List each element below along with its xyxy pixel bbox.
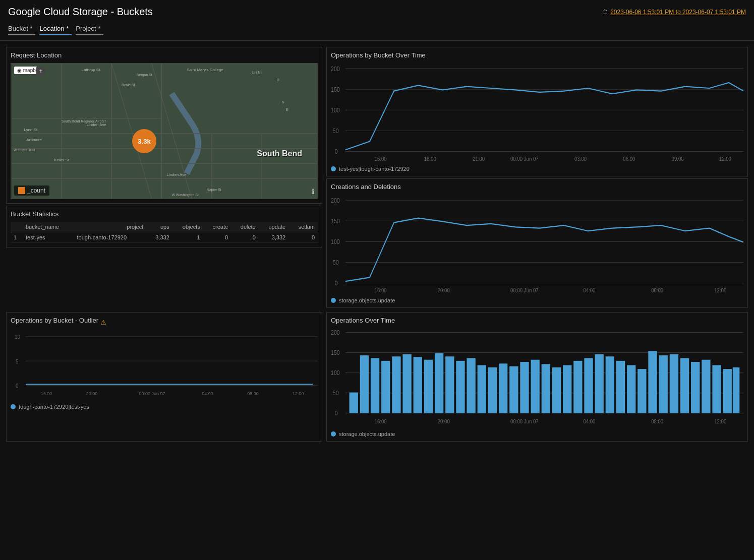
col-bucket-name[interactable]: bucket_name (23, 222, 74, 232)
col-ops[interactable]: ops (146, 222, 172, 232)
svg-text:Lynn St: Lynn St (24, 128, 38, 132)
outlier-chart-area: 10 5 0 16:00 20:00 00:00 Jun 07 04:00 08… (11, 331, 318, 402)
svg-text:12:00: 12:00 (719, 156, 731, 162)
map-zoom-button[interactable]: + (36, 67, 45, 76)
svg-rect-121 (659, 355, 668, 413)
svg-text:00:00 Jun 07: 00:00 Jun 07 (510, 419, 539, 425)
svg-text:Linden Ave: Linden Ave (87, 122, 107, 127)
table-cell-update: 3,332 (259, 232, 288, 243)
ops-bucket-over-time-panel: Operations by Bucket Over Time 200 150 1… (326, 47, 748, 176)
svg-text:16:00: 16:00 (41, 391, 52, 396)
col-create[interactable]: create (203, 222, 231, 232)
svg-rect-101 (445, 356, 454, 413)
svg-text:12:00: 12:00 (714, 288, 726, 294)
outlier-chart-legend: tough-canto-172920|test-yes (11, 404, 318, 410)
clock-icon: ⏱ (602, 9, 608, 16)
svg-text:10: 10 (15, 334, 20, 340)
col-num (11, 222, 23, 232)
bucket-statistics-panel: Bucket Statistics bucket_name project op… (6, 206, 322, 247)
svg-rect-127 (723, 369, 732, 413)
col-delete[interactable]: delete (231, 222, 259, 232)
creations-chart-area: 200 150 100 50 0 16:00 20:00 00:00 Jun 0… (331, 195, 743, 295)
svg-rect-104 (478, 365, 486, 413)
svg-text:0: 0 (335, 280, 338, 286)
col-objects[interactable]: objects (172, 222, 203, 232)
svg-rect-94 (371, 358, 379, 413)
svg-rect-116 (606, 356, 614, 413)
svg-text:06:00: 06:00 (623, 156, 635, 162)
svg-text:00:00 Jun 07: 00:00 Jun 07 (510, 288, 539, 294)
col-project[interactable]: project (74, 222, 147, 232)
ops-over-time-panel: Operations Over Time 200 150 100 50 0 16… (326, 312, 748, 442)
svg-rect-92 (350, 393, 358, 413)
svg-text:18:00: 18:00 (424, 156, 436, 162)
page-header: Google Cloud Storage - Buckets ⏱ 2023-06… (0, 0, 754, 22)
svg-text:Napier St: Napier St (207, 188, 221, 192)
svg-text:Bergan St: Bergan St (137, 73, 152, 77)
svg-text:Ardmore Trail: Ardmore Trail (14, 148, 35, 152)
svg-text:08:00: 08:00 (247, 391, 258, 396)
svg-rect-125 (702, 360, 710, 413)
svg-text:16:00: 16:00 (375, 288, 387, 294)
map-city-label: South Bend (257, 149, 302, 158)
svg-text:5: 5 (16, 358, 19, 364)
col-setlam[interactable]: setlam (288, 222, 318, 232)
filter-bucket[interactable]: Bucket * (8, 24, 35, 35)
bar-chart-area: 200 150 100 50 0 16:00 20:00 00:00 Jun 0… (331, 328, 743, 429)
svg-text:04:00: 04:00 (202, 391, 213, 396)
svg-text:20:00: 20:00 (86, 391, 97, 396)
svg-text:100: 100 (331, 369, 340, 376)
bottom-grid: Operations by Bucket - Outlier ⚠ 10 5 0 … (0, 310, 754, 448)
svg-text:00:00 Jun 07: 00:00 Jun 07 (510, 156, 539, 162)
svg-rect-117 (616, 361, 625, 413)
bucket-statistics-title: Bucket Statistics (11, 210, 318, 218)
bucket-statistics-table: bucket_name project ops objects create d… (11, 222, 318, 243)
svg-rect-108 (520, 362, 529, 413)
svg-text:150: 150 (331, 349, 340, 356)
svg-rect-114 (584, 358, 593, 413)
svg-rect-110 (542, 364, 550, 413)
mapbox-icon: ◉ (17, 68, 22, 73)
table-cell-delete: 0 (231, 232, 259, 243)
filter-project[interactable]: Project * (76, 24, 103, 35)
svg-text:Ardmore: Ardmore (27, 138, 42, 142)
svg-text:50: 50 (333, 259, 339, 266)
svg-rect-113 (573, 361, 582, 413)
right-column: Operations by Bucket Over Time 200 150 1… (324, 45, 750, 310)
time-range[interactable]: 2023-06-06 1:53:01 PM to 2023-06-07 1:53… (610, 9, 746, 16)
filter-location[interactable]: Location * (39, 24, 72, 35)
svg-text:08:00: 08:00 (651, 288, 663, 294)
col-update[interactable]: update (259, 222, 288, 232)
svg-text:200: 200 (331, 329, 340, 336)
map-info-button[interactable]: ℹ (312, 188, 314, 196)
request-location-panel: Request Location (6, 47, 322, 204)
svg-rect-111 (552, 367, 561, 413)
creations-legend-label: storage.objects.update (339, 297, 395, 303)
svg-text:150: 150 (331, 86, 340, 93)
table-cell-num: 1 (11, 232, 23, 243)
map-cluster[interactable]: 3.3k (132, 129, 156, 153)
svg-rect-99 (424, 360, 433, 413)
svg-rect-124 (691, 362, 700, 413)
ops-legend-dot (331, 166, 336, 171)
svg-text:0: 0 (335, 148, 338, 155)
svg-rect-120 (648, 351, 657, 413)
svg-rect-96 (392, 356, 400, 413)
svg-rect-95 (381, 361, 390, 413)
table-row[interactable]: 1test-yestough-canto-1729203,3321003,332… (11, 232, 318, 243)
map-container[interactable]: Lynn St Ardmore Ardmore Trail Keller St … (11, 63, 318, 199)
svg-rect-119 (637, 369, 646, 413)
svg-text:08:00: 08:00 (651, 419, 663, 425)
svg-text:50: 50 (333, 128, 339, 134)
map-legend: _count (14, 185, 49, 196)
svg-text:Uni No: Uni No (252, 71, 262, 74)
creations-deletions-title: Creations and Deletions (331, 183, 743, 191)
request-location-title: Request Location (11, 51, 318, 59)
svg-text:0: 0 (16, 383, 19, 389)
page-title: Google Cloud Storage - Buckets (8, 6, 153, 18)
svg-rect-97 (402, 354, 411, 413)
svg-text:20:00: 20:00 (438, 419, 450, 425)
svg-text:16:00: 16:00 (375, 419, 387, 425)
warning-icon: ⚠ (100, 319, 106, 326)
svg-text:Keller St: Keller St (54, 158, 70, 162)
